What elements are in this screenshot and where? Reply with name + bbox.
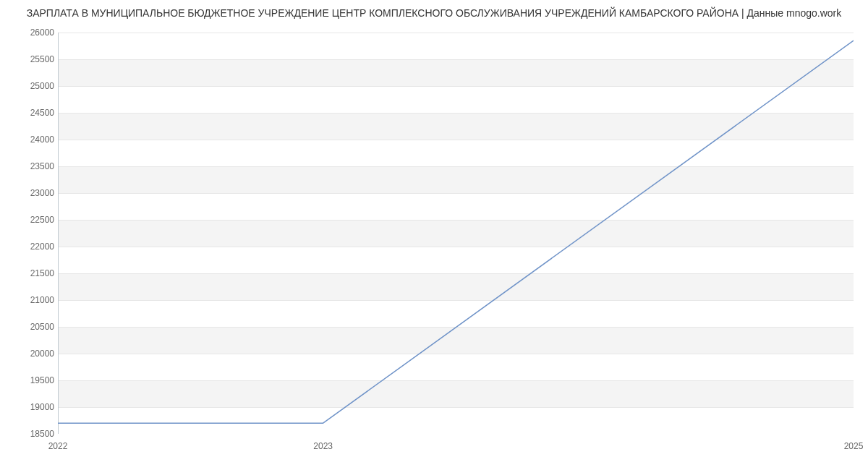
y-tick-label: 25500 [18, 54, 54, 64]
y-tick-label: 18500 [18, 429, 54, 439]
y-tick-label: 19000 [18, 402, 54, 412]
chart-title: ЗАРПЛАТА В МУНИЦИПАЛЬНОЕ БЮДЖЕТНОЕ УЧРЕЖ… [0, 7, 868, 19]
plot-band [58, 380, 854, 407]
y-tick-label: 24500 [18, 108, 54, 118]
x-tick-label: 2022 [48, 441, 68, 451]
y-tick-label: 20500 [18, 322, 54, 332]
y-tick-label: 21000 [18, 295, 54, 305]
y-tick-label: 23500 [18, 161, 54, 171]
y-tick-label: 22500 [18, 215, 54, 225]
plot-band [58, 220, 854, 247]
y-tick-label: 24000 [18, 134, 54, 145]
y-tick-label: 26000 [18, 27, 54, 38]
plot-band [58, 273, 854, 300]
plot-area [58, 33, 854, 434]
y-tick-label: 22000 [18, 242, 54, 252]
y-tick-label: 21500 [18, 268, 54, 278]
y-tick-label: 19500 [18, 375, 54, 385]
plot-bands [58, 59, 854, 407]
plot-band [58, 59, 854, 86]
plot-band [58, 327, 854, 354]
x-tick-label: 2023 [313, 441, 333, 451]
y-tick-label: 25000 [18, 81, 54, 91]
y-tick-label: 23000 [18, 188, 54, 198]
y-tick-label: 20000 [18, 349, 54, 359]
chart-container: ЗАРПЛАТА В МУНИЦИПАЛЬНОЕ БЮДЖЕТНОЕ УЧРЕЖ… [0, 0, 868, 470]
x-tick-label: 2025 [844, 441, 864, 451]
plot-band [58, 166, 854, 193]
